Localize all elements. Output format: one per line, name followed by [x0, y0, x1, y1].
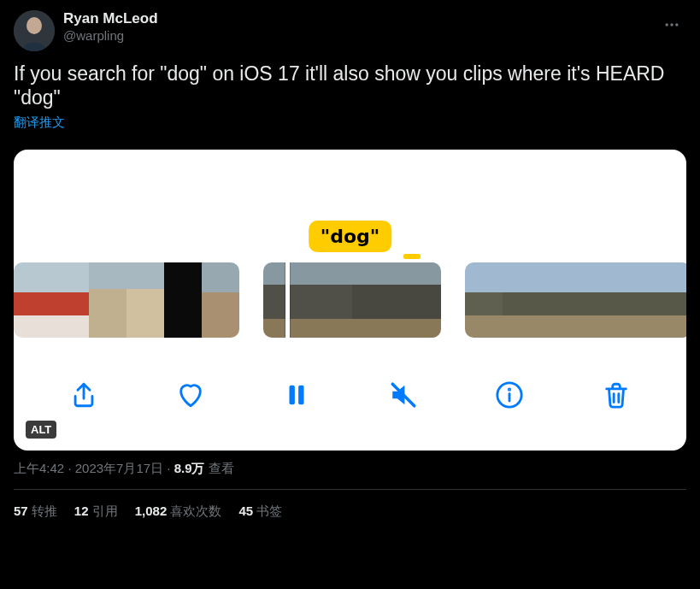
svg-rect-7 — [298, 386, 303, 405]
info-icon[interactable] — [489, 374, 530, 415]
thumbnail — [164, 262, 202, 338]
thumbnail — [503, 262, 540, 338]
likes-label: 喜欢次数 — [170, 504, 221, 518]
clip-group[interactable] — [465, 262, 686, 338]
thumbnail — [126, 262, 164, 338]
views-label[interactable]: 查看 — [209, 461, 234, 475]
likes-count: 1,082 — [135, 504, 168, 518]
avatar[interactable] — [14, 10, 55, 51]
mute-icon[interactable] — [383, 374, 424, 415]
thumbnail — [578, 262, 615, 338]
trash-icon[interactable] — [596, 374, 637, 415]
video-timeline[interactable] — [14, 261, 686, 339]
tweet-meta: 上午4:42 · 2023年7月17日 · 8.9万 查看 — [14, 461, 686, 490]
clip-group[interactable] — [14, 262, 239, 338]
svg-point-3 — [666, 23, 668, 26]
alt-badge[interactable]: ALT — [26, 421, 56, 439]
views-count[interactable]: 8.9万 — [174, 461, 205, 475]
translate-link[interactable]: 翻译推文 — [14, 115, 65, 131]
heart-icon[interactable] — [170, 374, 211, 415]
tweet-date[interactable]: 2023年7月17日 — [75, 461, 163, 475]
display-name[interactable]: Ryan McLeod — [63, 10, 649, 27]
likes-stat[interactable]: 1,082 喜欢次数 — [135, 504, 222, 520]
playhead[interactable] — [285, 262, 290, 338]
thumbnail — [14, 262, 51, 338]
search-tooltip: "dog" — [309, 221, 392, 252]
tweet-container: Ryan McLeod @warpling If you search for … — [0, 0, 700, 532]
thumbnail — [465, 262, 503, 338]
thumbnail — [540, 262, 578, 338]
handle[interactable]: @warpling — [63, 27, 649, 44]
svg-point-5 — [675, 23, 678, 26]
more-button[interactable] — [657, 10, 686, 39]
tweet-header: Ryan McLeod @warpling — [14, 10, 686, 51]
tooltip-area: "dog" — [14, 150, 686, 261]
bookmarks-label: 书签 — [256, 504, 282, 518]
media-card[interactable]: "dog" — [14, 150, 686, 451]
svg-rect-6 — [290, 386, 295, 405]
quotes-count: 12 — [74, 504, 89, 518]
quotes-label: 引用 — [92, 504, 118, 518]
media-inner: "dog" — [14, 150, 686, 451]
svg-point-4 — [670, 23, 673, 26]
bookmarks-count: 45 — [238, 504, 253, 518]
tweet-text: If you search for "dog" on iOS 17 it'll … — [14, 62, 686, 109]
thumbnail — [615, 262, 653, 338]
tooltip-marker — [403, 254, 421, 259]
thumbnail — [89, 262, 126, 338]
svg-point-11 — [509, 389, 510, 390]
retweets-stat[interactable]: 57 转推 — [14, 504, 57, 520]
tweet-stats: 57 转推 12 引用 1,082 喜欢次数 45 书签 — [14, 490, 686, 532]
author-names: Ryan McLeod @warpling — [63, 10, 649, 44]
retweets-count: 57 — [14, 504, 28, 518]
retweets-label: 转推 — [32, 504, 57, 518]
thumbnail — [308, 262, 352, 338]
thumbnail — [352, 262, 397, 338]
clip-group-active[interactable] — [263, 262, 441, 338]
thumbnail — [653, 262, 686, 338]
svg-rect-2 — [14, 10, 55, 51]
thumbnail — [397, 262, 441, 338]
thumbnail — [202, 262, 239, 338]
tweet-time[interactable]: 上午4:42 — [14, 461, 64, 475]
quotes-stat[interactable]: 12 引用 — [74, 504, 118, 520]
share-icon[interactable] — [63, 374, 104, 415]
media-toolbar — [14, 339, 686, 451]
thumbnail — [51, 262, 89, 338]
bookmarks-stat[interactable]: 45 书签 — [238, 504, 282, 520]
pause-icon[interactable] — [276, 374, 317, 415]
